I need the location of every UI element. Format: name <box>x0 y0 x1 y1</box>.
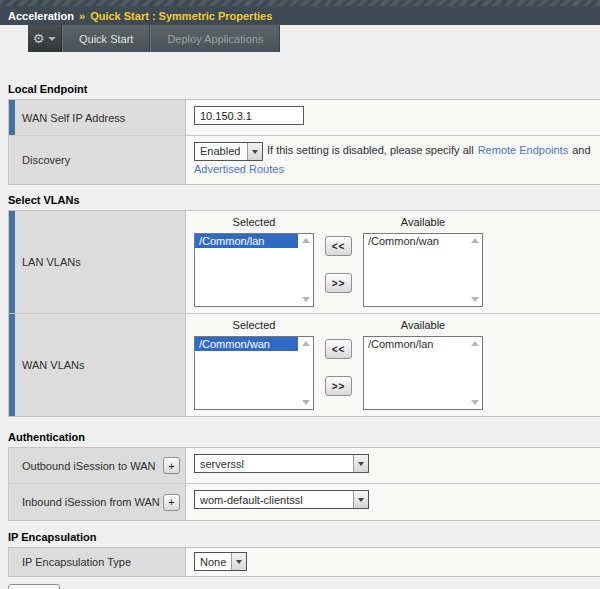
scroll-down-icon[interactable] <box>302 400 310 405</box>
available-header: Available <box>401 319 445 336</box>
lan-selected-column: Selected /Common/lan <box>194 216 314 307</box>
lan-selected-items: /Common/lan <box>195 234 298 306</box>
tab-quick-start-label: Quick Start <box>79 33 133 45</box>
section-title-select-vlans: Select VLANs <box>0 194 600 206</box>
breadcrumb-page-title: Quick Start : Symmetric Properties <box>90 10 272 22</box>
section-title-local-endpoint: Local Endpoint <box>0 83 600 95</box>
listbox-scrollbar[interactable] <box>298 337 313 409</box>
outbound-isession-value: serverssl <box>195 458 353 470</box>
ip-encapsulation-type-select[interactable]: None <box>194 552 247 571</box>
gear-menu-button[interactable]: ⚙ <box>28 25 62 52</box>
wan-available-column: Available /Common/lan <box>363 319 483 410</box>
wan-self-ip-label-cell: WAN Self IP Address <box>9 100 186 135</box>
lan-available-items: /Common/wan <box>364 234 467 306</box>
scroll-up-icon[interactable] <box>471 238 479 243</box>
wan-selected-listbox[interactable]: /Common/wan <box>194 336 314 410</box>
dropdown-button[interactable] <box>353 455 368 472</box>
inbound-isession-label-cell: Inbound iSession from WAN + <box>9 484 186 520</box>
discovery-note-prefix: If this setting is disabled, please spec… <box>267 144 474 156</box>
scroll-up-icon[interactable] <box>471 341 479 346</box>
listbox-scrollbar[interactable] <box>467 337 482 409</box>
ip-encapsulation-table: IP Encapsulation Type None <box>8 547 600 577</box>
dropdown-arrow-icon <box>236 560 242 564</box>
lan-vlans-field-cell: Selected /Common/lan << >> Available <box>186 211 600 313</box>
lan-vlans-label-cell: LAN VLANs <box>9 211 186 313</box>
wan-vlans-label-cell: WAN VLANs <box>9 314 186 416</box>
ip-encapsulation-type-label-cell: IP Encapsulation Type <box>9 548 186 576</box>
scroll-down-icon[interactable] <box>471 297 479 302</box>
inbound-add-button[interactable]: + <box>163 494 180 511</box>
wan-self-ip-label: WAN Self IP Address <box>22 112 125 124</box>
ip-encapsulation-type-value: None <box>195 556 231 568</box>
table-row: Discovery Enabled If this setting is dis… <box>9 136 600 184</box>
list-item[interactable]: /Common/lan <box>364 337 467 351</box>
scroll-down-icon[interactable] <box>471 400 479 405</box>
available-header: Available <box>401 216 445 233</box>
lan-selected-listbox[interactable]: /Common/lan <box>194 233 314 307</box>
wan-vlans-field-cell: Selected /Common/wan << >> Available <box>186 314 600 416</box>
discovery-select-value: Enabled <box>195 143 247 160</box>
inbound-isession-label: Inbound iSession from WAN <box>22 496 160 508</box>
table-row: Inbound iSession from WAN + wom-default-… <box>9 484 600 520</box>
ip-encapsulation-type-label: IP Encapsulation Type <box>22 556 131 568</box>
apply-button[interactable]: Apply <box>8 584 60 589</box>
listbox-scrollbar[interactable] <box>467 234 482 306</box>
wan-vlans-label: WAN VLANs <box>22 359 85 371</box>
wan-selected-items: /Common/wan <box>195 337 298 409</box>
dropdown-button[interactable] <box>353 491 368 508</box>
gear-icon: ⚙ <box>33 32 45 45</box>
dropdown-arrow-icon <box>252 150 258 154</box>
wan-self-ip-input[interactable] <box>194 106 304 125</box>
dropdown-button[interactable] <box>231 553 246 570</box>
scroll-up-icon[interactable] <box>302 341 310 346</box>
list-item[interactable]: /Common/wan <box>195 337 298 351</box>
inbound-isession-select[interactable]: wom-default-clientssl <box>194 490 369 509</box>
wan-selected-column: Selected /Common/wan <box>194 319 314 410</box>
chevron-down-icon <box>48 37 56 41</box>
wan-available-listbox[interactable]: /Common/lan <box>363 336 483 410</box>
discovery-field-cell: Enabled If this setting is disabled, ple… <box>186 136 600 184</box>
table-row: IP Encapsulation Type None <box>9 548 600 576</box>
inbound-isession-field-cell: wom-default-clientssl <box>186 484 600 520</box>
table-row: LAN VLANs Selected /Common/lan << >> <box>9 211 600 314</box>
listbox-scrollbar[interactable] <box>298 234 313 306</box>
scroll-up-icon[interactable] <box>302 238 310 243</box>
list-item[interactable]: /Common/wan <box>364 234 467 248</box>
dropdown-arrow-icon <box>358 462 364 466</box>
tab-quick-start[interactable]: Quick Start <box>62 25 150 52</box>
lan-move-buttons: << >> <box>325 236 352 293</box>
move-to-selected-button[interactable]: << <box>325 339 352 359</box>
lan-available-listbox[interactable]: /Common/wan <box>363 233 483 307</box>
discovery-label-cell: Discovery <box>9 136 186 184</box>
tab-bar: ⚙ Quick Start Deploy Applications <box>28 25 600 52</box>
ip-encapsulation-type-field-cell: None <box>186 548 600 576</box>
move-to-available-button[interactable]: >> <box>325 273 352 293</box>
advertised-routes-link[interactable]: Advertised Routes <box>194 163 284 175</box>
authentication-table: Outbound iSession to WAN + serverssl Inb… <box>8 447 600 521</box>
table-row: WAN Self IP Address <box>9 100 600 136</box>
move-to-available-button[interactable]: >> <box>325 376 352 396</box>
selected-header: Selected <box>233 216 276 233</box>
discovery-select[interactable]: Enabled <box>194 142 263 161</box>
section-title-authentication: Authentication <box>0 431 600 443</box>
breadcrumb-separator: » <box>79 10 85 22</box>
select-vlans-table: LAN VLANs Selected /Common/lan << >> <box>8 210 600 417</box>
wan-available-items: /Common/lan <box>364 337 467 409</box>
remote-endpoints-link[interactable]: Remote Endpoints <box>478 144 569 156</box>
outbound-isession-select[interactable]: serverssl <box>194 454 369 473</box>
outbound-isession-label-cell: Outbound iSession to WAN + <box>9 448 186 483</box>
scroll-down-icon[interactable] <box>302 297 310 302</box>
tab-deploy-applications[interactable]: Deploy Applications <box>150 25 280 52</box>
discovery-note-and: and <box>572 144 590 156</box>
table-row: Outbound iSession to WAN + serverssl <box>9 448 600 484</box>
list-item[interactable]: /Common/lan <box>195 234 298 248</box>
move-to-selected-button[interactable]: << <box>325 236 352 256</box>
selected-header: Selected <box>233 319 276 336</box>
outbound-isession-field-cell: serverssl <box>186 448 600 483</box>
table-row: WAN VLANs Selected /Common/wan << >> <box>9 314 600 416</box>
tab-deploy-applications-label: Deploy Applications <box>167 33 263 45</box>
dropdown-button[interactable] <box>247 143 262 160</box>
outbound-add-button[interactable]: + <box>163 457 180 474</box>
wan-self-ip-field-cell <box>186 100 600 135</box>
lan-vlans-label: LAN VLANs <box>22 256 81 268</box>
